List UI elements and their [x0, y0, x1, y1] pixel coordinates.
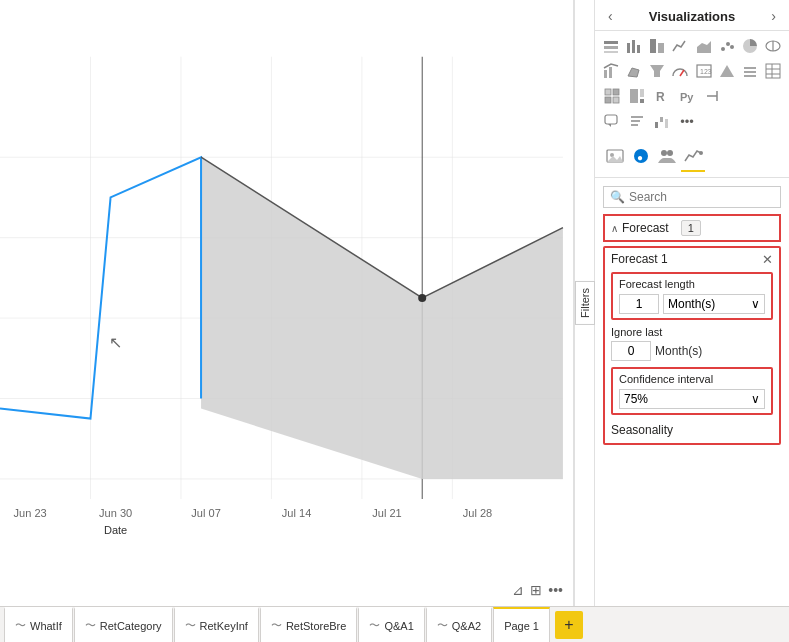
tab-whatif-label: WhatIf	[30, 620, 62, 632]
tab-format-icon[interactable]	[655, 144, 679, 171]
tab-retstorebre-label: RetStoreBre	[286, 620, 347, 632]
svg-text:↖: ↖	[109, 333, 122, 351]
svg-rect-36	[609, 67, 612, 78]
tab-qna2-icon: 〜	[437, 618, 448, 633]
viz-line-chart[interactable]	[670, 35, 690, 57]
confidence-select[interactable]: 75% ∨	[619, 389, 765, 409]
tab-qna1[interactable]: 〜 Q&A1	[358, 607, 424, 642]
tab-add-button[interactable]: +	[555, 611, 583, 639]
svg-marker-71	[607, 156, 623, 162]
tab-fields-icon[interactable]	[603, 144, 627, 171]
ignore-value[interactable]	[611, 341, 651, 361]
tab-retkeyinf[interactable]: 〜 RetKeyInf	[174, 607, 259, 642]
tab-retcategory-label: RetCategory	[100, 620, 162, 632]
chart-svg-container: Jun 23 Jun 30 Jul 07 Jul 14 Jul 21 Jul 2…	[0, 0, 573, 606]
svg-marker-29	[697, 41, 711, 53]
viz-custom[interactable]: •••	[676, 110, 698, 132]
svg-rect-22	[604, 46, 618, 49]
viz-gauge[interactable]	[670, 60, 690, 82]
chart-svg: Jun 23 Jun 30 Jul 07 Jul 14 Jul 21 Jul 2…	[0, 0, 573, 606]
tab-retcategory-icon: 〜	[85, 618, 96, 633]
viz-filled-map[interactable]	[624, 60, 644, 82]
viz-map[interactable]	[763, 35, 783, 57]
svg-rect-54	[640, 89, 644, 97]
viz-area-chart[interactable]	[694, 35, 714, 57]
filters-label: Filters	[575, 281, 595, 325]
svg-point-70	[610, 153, 614, 157]
panel-title: Visualizations	[649, 9, 735, 24]
svg-rect-49	[605, 89, 611, 95]
viz-slicer[interactable]	[740, 60, 760, 82]
svg-rect-67	[660, 117, 663, 122]
ignore-section: Ignore last Month(s)	[611, 326, 773, 361]
viz-funnel[interactable]	[647, 60, 667, 82]
svg-rect-45	[766, 64, 780, 78]
svg-rect-21	[604, 41, 618, 44]
search-box: 🔍	[603, 186, 781, 208]
forecast-header[interactable]: ∧ Forecast 1	[603, 214, 781, 242]
search-input[interactable]	[629, 190, 774, 204]
ignore-label: Ignore last	[611, 326, 773, 338]
tab-retkeyinf-icon: 〜	[185, 618, 196, 633]
forecast-card-close[interactable]: ✕	[762, 253, 773, 266]
viz-waterfall[interactable]	[651, 110, 673, 132]
bottom-tabs: 〜 WhatIf 〜 RetCategory 〜 RetKeyInf 〜 Ret…	[0, 606, 789, 642]
tab-retcategory[interactable]: 〜 RetCategory	[74, 607, 173, 642]
filters-tab[interactable]: Filters	[574, 0, 594, 606]
more-icon-btn[interactable]: •••	[548, 582, 563, 598]
forecast-length-unit-select[interactable]: Month(s) ∨	[663, 294, 765, 314]
tab-page1[interactable]: Page 1	[493, 607, 550, 642]
chart-area: Jun 23 Jun 30 Jul 07 Jul 14 Jul 21 Jul 2…	[0, 0, 574, 606]
viz-bar-chart[interactable]	[624, 35, 644, 57]
viz-card[interactable]: 123	[694, 60, 714, 82]
confidence-chevron: ∨	[751, 392, 760, 406]
panel-nav-right[interactable]: ›	[768, 8, 779, 24]
viz-stacked-bar-2[interactable]	[647, 35, 667, 57]
forecast-length-label: Forecast length	[619, 278, 765, 290]
focus-icon-btn[interactable]: ⊞	[530, 582, 542, 598]
svg-rect-27	[650, 39, 656, 53]
viz-kpi[interactable]	[717, 60, 737, 82]
confidence-value: 75%	[624, 392, 648, 406]
svg-rect-55	[640, 99, 644, 103]
viz-python[interactable]: Py	[676, 85, 698, 107]
tab-build-icon[interactable]: ●	[629, 144, 653, 171]
svg-text:Jul 28: Jul 28	[463, 507, 492, 519]
panel-nav-left[interactable]: ‹	[605, 8, 616, 24]
viz-decomp-tree[interactable]	[701, 85, 723, 107]
viz-stacked-bar[interactable]	[601, 35, 621, 57]
viz-treemap[interactable]	[626, 85, 648, 107]
svg-point-12	[418, 294, 426, 302]
confidence-section: Confidence interval 75% ∨	[611, 367, 773, 415]
svg-rect-25	[632, 40, 635, 53]
filter-icon-btn[interactable]: ⊿	[512, 582, 524, 598]
tab-analytics-icon[interactable]	[681, 143, 705, 172]
svg-rect-50	[613, 89, 619, 95]
ignore-unit-label: Month(s)	[655, 344, 702, 358]
svg-line-38	[680, 70, 684, 76]
viz-matrix[interactable]	[601, 85, 623, 107]
viz-icons-grid: 123 R Py •••	[595, 31, 789, 139]
viz-row-1	[601, 35, 783, 57]
viz-table[interactable]	[763, 60, 783, 82]
viz-qna[interactable]	[601, 110, 623, 132]
tab-retstorebre[interactable]: 〜 RetStoreBre	[260, 607, 358, 642]
viz-scatter[interactable]	[717, 35, 737, 57]
svg-marker-62	[608, 124, 611, 127]
svg-rect-51	[605, 97, 611, 103]
svg-rect-24	[627, 43, 630, 53]
forecast-chevron: ∧	[611, 223, 618, 234]
confidence-label: Confidence interval	[619, 373, 765, 385]
svg-text:Jul 07: Jul 07	[191, 507, 220, 519]
svg-rect-66	[655, 122, 658, 128]
tab-whatif[interactable]: 〜 WhatIf	[4, 607, 73, 642]
viz-smart-narrative[interactable]	[626, 110, 648, 132]
tab-qna2[interactable]: 〜 Q&A2	[426, 607, 492, 642]
search-icon: 🔍	[610, 190, 625, 204]
viz-pie-chart[interactable]	[740, 35, 760, 57]
viz-combo[interactable]	[601, 60, 621, 82]
viz-row-4: •••	[601, 110, 783, 132]
viz-r-visual[interactable]: R	[651, 85, 673, 107]
forecast-length-value[interactable]	[619, 294, 659, 314]
svg-text:123: 123	[700, 68, 712, 75]
